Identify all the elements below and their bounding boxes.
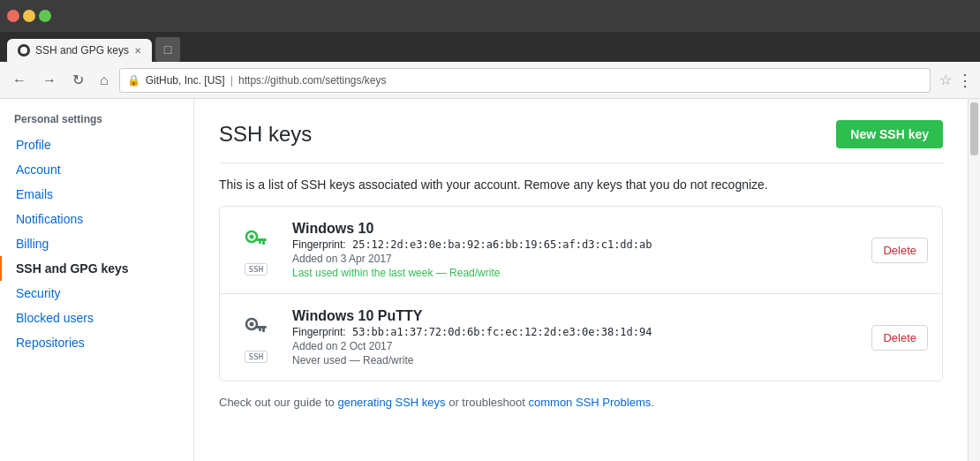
delete-key-1-button[interactable]: Delete: [871, 325, 928, 351]
sidebar-heading: Personal settings: [0, 113, 193, 132]
new-tab-button[interactable]: □: [155, 37, 180, 62]
sidebar-item-blocked-users[interactable]: Blocked users: [0, 306, 193, 330]
footer-help: Check out our guide to generating SSH ke…: [219, 396, 943, 409]
home-button[interactable]: ⌂: [94, 69, 114, 92]
key-list: SSH Windows 10 Fingerprint: 25:12:2d:e3:…: [219, 206, 943, 382]
window-controls: [7, 10, 51, 22]
site-name: GitHub, Inc. [US]: [146, 74, 225, 87]
key-details-2: Windows 10 PuTTY Fingerprint: 53:bb:a1:3…: [292, 308, 857, 367]
tab-close-icon[interactable]: ✕: [134, 46, 141, 56]
svg-rect-3: [256, 238, 267, 241]
address-bar[interactable]: 🔒 GitHub, Inc. [US] | https://github.com…: [119, 68, 931, 93]
tab-favicon: [18, 44, 30, 57]
maximize-button[interactable]: [39, 10, 51, 22]
back-button[interactable]: ←: [7, 69, 32, 92]
refresh-button[interactable]: ↻: [67, 68, 89, 92]
ssh-key-icon: [242, 225, 270, 260]
key-icon-wrap-2: SSH: [234, 313, 278, 363]
sidebar-item-repositories[interactable]: Repositories: [0, 330, 193, 355]
svg-rect-4: [262, 241, 265, 245]
ssh-key-icon-2: [242, 313, 270, 347]
info-banner: This is a list of SSH keys associated wi…: [219, 178, 943, 192]
active-tab[interactable]: SSH and GPG keys ✕: [7, 39, 152, 62]
close-button[interactable]: [7, 10, 19, 22]
scrollbar[interactable]: [968, 99, 980, 461]
url-separator: |: [230, 73, 233, 87]
key-last-used-2: Never used — Read/write: [292, 354, 857, 367]
key-fingerprint-2: Fingerprint: 53:bb:a1:37:72:0d:6b:fc:ec:…: [292, 326, 857, 338]
fingerprint-label: Fingerprint:: [292, 238, 346, 251]
table-row: SSH Windows 10 PuTTY Fingerprint: 53:bb:…: [220, 294, 942, 381]
forward-button[interactable]: →: [37, 69, 62, 92]
bookmark-icon[interactable]: ☆: [939, 72, 952, 88]
footer-end-text: .: [651, 396, 654, 409]
fingerprint-label-2: Fingerprint:: [292, 326, 346, 338]
key-last-used: Last used within the last week — Read/wr…: [292, 267, 857, 279]
key-icon-wrap: SSH: [234, 225, 278, 276]
svg-rect-5: [259, 241, 261, 244]
page-body: Personal settings Profile Account Emails…: [0, 99, 980, 461]
key-type-badge-2: SSH: [245, 351, 268, 363]
page-title: SSH keys: [219, 122, 312, 147]
footer-middle-text: or troubleshoot: [446, 396, 529, 409]
tab-bar: SSH and GPG keys ✕ □: [0, 32, 980, 62]
sidebar-item-security[interactable]: Security: [0, 281, 193, 306]
tab-title: SSH and GPG keys: [35, 44, 129, 57]
page-header: SSH keys New SSH key: [219, 120, 943, 163]
sidebar-item-emails[interactable]: Emails: [0, 182, 193, 207]
main-content: SSH keys New SSH key This is a list of S…: [194, 99, 968, 461]
sidebar-item-billing[interactable]: Billing: [0, 231, 193, 256]
scrollbar-thumb[interactable]: [970, 102, 978, 155]
sidebar-item-ssh-gpg-keys[interactable]: SSH and GPG keys: [0, 256, 193, 281]
delete-key-0-button[interactable]: Delete: [871, 238, 928, 263]
browser-menu-icon[interactable]: ⋮: [957, 71, 973, 90]
generating-ssh-keys-link[interactable]: generating SSH keys: [337, 396, 445, 409]
sidebar: Personal settings Profile Account Emails…: [0, 99, 194, 461]
svg-point-7: [250, 321, 254, 326]
fingerprint-value-2: 53:bb:a1:37:72:0d:6b:fc:ec:12:2d:e3:0e:3…: [352, 326, 652, 338]
svg-point-2: [250, 234, 254, 238]
key-fingerprint: Fingerprint: 25:12:2d:e3:0e:ba:92:a6:bb:…: [292, 238, 857, 251]
browser-title-bar: [0, 0, 980, 32]
svg-rect-8: [256, 326, 267, 329]
minimize-button[interactable]: [23, 10, 35, 22]
navigation-bar: ← → ↻ ⌂ 🔒 GitHub, Inc. [US] | https://gi…: [0, 62, 980, 99]
key-name: Windows 10: [292, 221, 857, 237]
sidebar-item-profile[interactable]: Profile: [0, 132, 193, 157]
key-type-badge: SSH: [245, 263, 268, 276]
info-banner-text: This is a list of SSH keys associated wi…: [219, 178, 768, 192]
key-details: Windows 10 Fingerprint: 25:12:2d:e3:0e:b…: [292, 221, 857, 279]
key-name-2: Windows 10 PuTTY: [292, 308, 857, 324]
key-added-2: Added on 2 Oct 2017: [292, 340, 857, 352]
common-ssh-problems-link[interactable]: common SSH Problems: [529, 396, 652, 409]
new-ssh-key-button[interactable]: New SSH key: [836, 120, 943, 148]
svg-rect-10: [259, 329, 261, 331]
svg-rect-9: [262, 329, 265, 332]
sidebar-item-account[interactable]: Account: [0, 157, 193, 182]
svg-point-0: [20, 47, 27, 54]
fingerprint-value: 25:12:2d:e3:0e:ba:92:a6:bb:19:65:af:d3:c…: [352, 238, 652, 251]
ssl-lock-icon: 🔒: [127, 74, 140, 87]
table-row: SSH Windows 10 Fingerprint: 25:12:2d:e3:…: [220, 207, 942, 294]
footer-help-text: Check out our guide to: [219, 396, 337, 409]
url-text: https://github.com/settings/keys: [238, 74, 386, 87]
sidebar-item-notifications[interactable]: Notifications: [0, 207, 193, 231]
key-added: Added on 3 Apr 2017: [292, 253, 857, 265]
